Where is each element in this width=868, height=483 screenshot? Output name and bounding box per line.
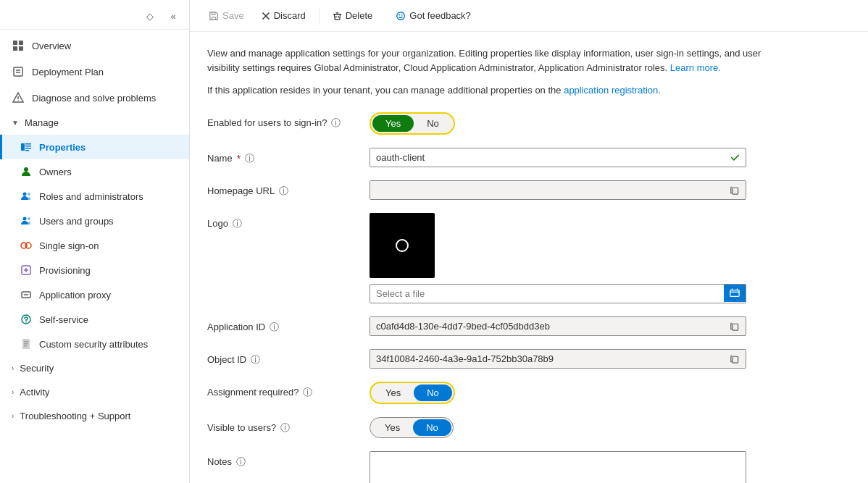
svg-point-38: [401, 14, 403, 15]
discard-button[interactable]: Discard: [254, 7, 313, 25]
sidebar-item-properties[interactable]: Properties: [0, 135, 189, 159]
info-icon-logo[interactable]: ⓘ: [233, 217, 242, 230]
control-notes: [370, 451, 746, 484]
discard-icon: [262, 12, 270, 20]
sidebar-item-custom-security[interactable]: Custom security attributes: [0, 332, 189, 356]
info-icon-objectid[interactable]: ⓘ: [251, 353, 260, 366]
svg-rect-11: [25, 146, 31, 147]
sidebar-item-deployment-plan[interactable]: Deployment Plan: [0, 59, 189, 85]
name-input[interactable]: [370, 148, 725, 167]
sidebar-section-troubleshooting[interactable]: › Troubleshooting + Support: [0, 404, 189, 428]
appid-input[interactable]: [370, 317, 725, 335]
toggle-no-option[interactable]: No: [414, 115, 452, 132]
app-proxy-icon: [20, 289, 32, 301]
sidebar-section-security[interactable]: › Security: [0, 356, 189, 380]
svg-point-14: [24, 167, 28, 172]
objectid-input[interactable]: [370, 350, 725, 368]
sidebar-item-label: Owners: [39, 167, 72, 177]
save-icon: [209, 11, 219, 21]
svg-rect-41: [733, 324, 738, 330]
control-object-id: [370, 349, 746, 369]
info-icon-enabled[interactable]: ⓘ: [331, 117, 341, 130]
appid-copy-button[interactable]: [725, 318, 746, 335]
sidebar-item-roles-admins[interactable]: Roles and administrators: [0, 184, 189, 209]
app-reg-description: If this application resides in your tena…: [207, 83, 772, 98]
feedback-button[interactable]: Got feedback?: [388, 7, 478, 25]
toggle-enabled-for-users[interactable]: Yes No: [370, 112, 455, 135]
sidebar-item-app-proxy[interactable]: Application proxy: [0, 282, 189, 307]
roles-icon: [20, 190, 32, 202]
sidebar-item-label: Deployment Plan: [32, 67, 104, 77]
field-application-id: Application ID ⓘ: [207, 316, 851, 336]
overview-icon: [12, 39, 25, 52]
svg-rect-29: [24, 345, 27, 347]
sidebar-section-label: Security: [20, 363, 54, 374]
name-check-button[interactable]: [725, 149, 746, 166]
info-icon-appid[interactable]: ⓘ: [270, 321, 279, 334]
label-visible-to-users: Visible to users? ⓘ: [207, 417, 352, 434]
homepage-copy-button[interactable]: [725, 182, 746, 198]
toggle-no-option[interactable]: No: [413, 419, 451, 436]
toggle-no-option[interactable]: No: [414, 385, 452, 401]
file-browse-button[interactable]: [724, 285, 746, 302]
feedback-label: Got feedback?: [409, 10, 471, 21]
sidebar-item-provisioning[interactable]: Provisioning: [0, 258, 189, 282]
svg-rect-10: [25, 143, 31, 145]
objectid-copy-button[interactable]: [725, 350, 746, 367]
homepage-input[interactable]: [370, 181, 725, 199]
svg-point-20: [25, 243, 31, 248]
self-service-icon: [20, 314, 32, 325]
field-homepage-url: Homepage URL ⓘ: [207, 180, 851, 200]
info-icon-visible[interactable]: ⓘ: [280, 421, 290, 434]
svg-rect-42: [733, 356, 738, 363]
toggle-yes-option[interactable]: Yes: [372, 419, 413, 436]
svg-point-37: [399, 14, 401, 15]
svg-rect-9: [21, 143, 25, 151]
svg-point-16: [28, 193, 30, 196]
sidebar: ◇ « Overview Deployment Plan: [0, 0, 190, 483]
control-application-id: [370, 316, 746, 336]
svg-rect-31: [212, 12, 214, 14]
sidebar-section-activity[interactable]: › Activity: [0, 380, 189, 404]
users-icon: [20, 215, 32, 227]
delete-button[interactable]: Delete: [325, 7, 380, 25]
toggle-assignment-required[interactable]: Yes No: [370, 382, 455, 404]
svg-rect-30: [212, 17, 215, 20]
svg-rect-1: [19, 41, 23, 45]
label-assignment-required: Assignment required? ⓘ: [207, 382, 352, 399]
info-icon-assignment[interactable]: ⓘ: [303, 386, 312, 399]
sidebar-item-overview[interactable]: Overview: [0, 33, 189, 59]
sidebar-item-users-groups[interactable]: Users and groups: [0, 209, 189, 233]
save-label: Save: [222, 10, 244, 21]
control-visible-to-users: Yes No: [370, 417, 746, 438]
info-icon-notes[interactable]: ⓘ: [236, 455, 246, 469]
provisioning-icon: [20, 264, 32, 276]
app-registration-link[interactable]: application registration: [564, 85, 658, 96]
sidebar-section-label: Activity: [20, 387, 49, 398]
file-select-input[interactable]: [370, 285, 724, 303]
sidebar-section-label: Manage: [25, 117, 59, 128]
notes-textarea[interactable]: [370, 451, 746, 484]
sidebar-section-label: Troubleshooting + Support: [20, 411, 130, 421]
pin-button[interactable]: ◇: [140, 6, 160, 26]
sidebar-item-sso[interactable]: Single sign-on: [0, 233, 189, 258]
field-enabled-for-users: Enabled for users to sign-in? ⓘ Yes No: [207, 112, 851, 135]
sidebar-item-self-service[interactable]: Self-service: [0, 307, 189, 332]
toggle-yes-option[interactable]: Yes: [372, 115, 414, 132]
toggle-visible-to-users[interactable]: Yes No: [370, 417, 454, 438]
svg-point-17: [23, 217, 27, 221]
field-name: Name * ⓘ: [207, 148, 851, 167]
sso-icon: [20, 240, 32, 251]
collapse-button[interactable]: «: [163, 6, 183, 26]
info-icon-homepage[interactable]: ⓘ: [279, 185, 288, 198]
svg-rect-12: [25, 148, 31, 149]
sidebar-item-label: Custom security attributes: [39, 339, 148, 350]
learn-more-link[interactable]: Learn more.: [670, 62, 721, 73]
sidebar-item-diagnose[interactable]: Diagnose and solve problems: [0, 85, 189, 111]
svg-point-15: [23, 193, 27, 196]
toggle-yes-option[interactable]: Yes: [372, 385, 414, 401]
sidebar-section-manage[interactable]: ▼ Manage: [0, 111, 189, 135]
sidebar-item-owners[interactable]: Owners: [0, 159, 189, 184]
info-icon-name[interactable]: ⓘ: [245, 152, 254, 165]
save-button[interactable]: Save: [201, 7, 251, 25]
